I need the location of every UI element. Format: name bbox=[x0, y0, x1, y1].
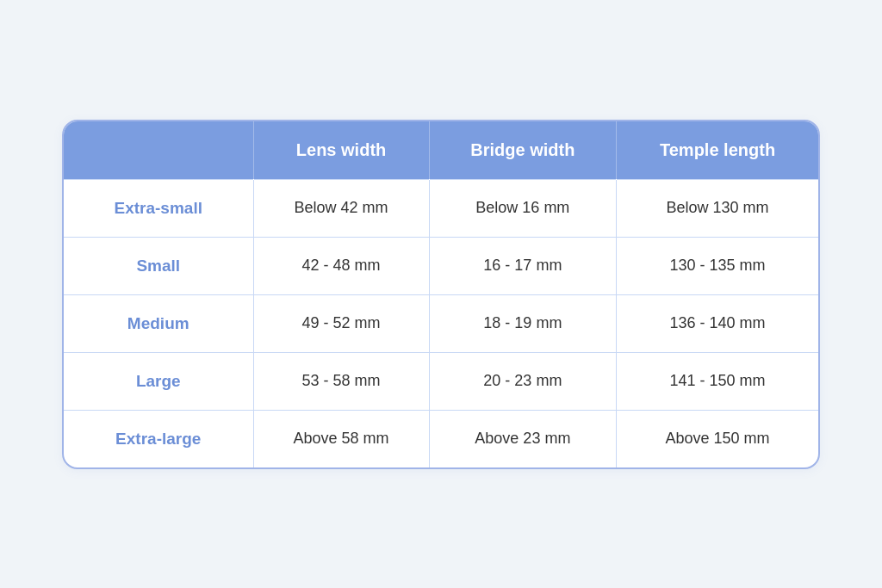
header-size bbox=[64, 121, 253, 180]
cell-size: Large bbox=[64, 352, 253, 410]
cell-bridge-width: 16 - 17 mm bbox=[429, 237, 617, 294]
table-row: Large53 - 58 mm20 - 23 mm141 - 150 mm bbox=[64, 352, 818, 410]
header-bridge-width: Bridge width bbox=[429, 121, 617, 180]
cell-temple-length: 136 - 140 mm bbox=[617, 294, 818, 352]
cell-lens-width: 53 - 58 mm bbox=[253, 352, 429, 410]
cell-lens-width: 42 - 48 mm bbox=[253, 237, 429, 294]
cell-temple-length: 141 - 150 mm bbox=[617, 352, 818, 410]
cell-temple-length: Above 150 mm bbox=[617, 410, 818, 467]
cell-bridge-width: Below 16 mm bbox=[429, 179, 617, 237]
header-temple-length: Temple length bbox=[617, 121, 818, 180]
cell-lens-width: 49 - 52 mm bbox=[253, 294, 429, 352]
cell-size: Extra-large bbox=[64, 410, 253, 467]
cell-bridge-width: Above 23 mm bbox=[429, 410, 617, 467]
cell-temple-length: Below 130 mm bbox=[617, 179, 818, 237]
header-lens-width: Lens width bbox=[253, 121, 429, 180]
table-header-row: Lens width Bridge width Temple length bbox=[64, 121, 818, 180]
table-row: Medium49 - 52 mm18 - 19 mm136 - 140 mm bbox=[64, 294, 818, 352]
cell-bridge-width: 18 - 19 mm bbox=[429, 294, 617, 352]
cell-bridge-width: 20 - 23 mm bbox=[429, 352, 617, 410]
cell-size: Small bbox=[64, 237, 253, 294]
table-row: Extra-largeAbove 58 mmAbove 23 mmAbove 1… bbox=[64, 410, 818, 467]
cell-temple-length: 130 - 135 mm bbox=[617, 237, 818, 294]
glasses-size-table: Lens width Bridge width Temple length Ex… bbox=[62, 120, 820, 469]
cell-lens-width: Below 42 mm bbox=[253, 179, 429, 237]
cell-lens-width: Above 58 mm bbox=[253, 410, 429, 467]
cell-size: Extra-small bbox=[64, 179, 253, 237]
table-row: Small42 - 48 mm16 - 17 mm130 - 135 mm bbox=[64, 237, 818, 294]
cell-size: Medium bbox=[64, 294, 253, 352]
table-row: Extra-smallBelow 42 mmBelow 16 mmBelow 1… bbox=[64, 179, 818, 237]
